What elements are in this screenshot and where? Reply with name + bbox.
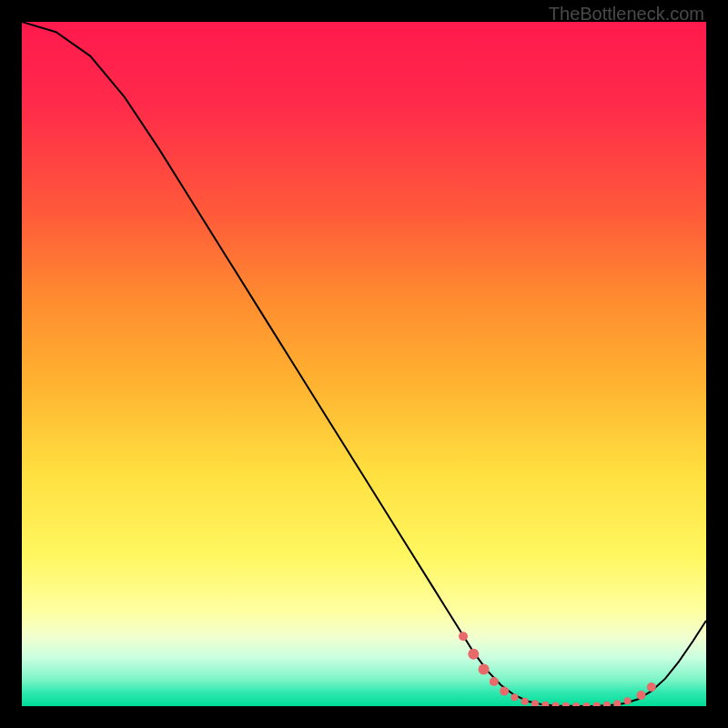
watermark-text: TheBottleneck.com — [549, 4, 704, 25]
chart-marker — [593, 703, 601, 706]
chart-markers — [459, 632, 656, 706]
chart-marker — [468, 649, 479, 660]
chart-marker — [613, 700, 621, 706]
chart-marker — [511, 693, 518, 701]
chart-marker — [500, 686, 509, 695]
chart-marker — [562, 703, 570, 706]
chart-marker — [552, 703, 560, 706]
chart-marker — [624, 697, 632, 704]
chart-curve — [22, 22, 706, 706]
chart-marker — [459, 632, 468, 641]
chart-marker — [572, 703, 580, 706]
chart-marker — [582, 703, 590, 706]
chart-plot-area — [22, 22, 706, 706]
chart-marker — [647, 682, 656, 692]
chart-marker — [521, 698, 529, 705]
chart-marker — [637, 691, 646, 700]
chart-marker — [479, 663, 490, 674]
chart-svg — [22, 22, 706, 706]
chart-marker — [490, 677, 499, 686]
chart-marker — [531, 700, 539, 706]
chart-marker — [603, 702, 611, 706]
chart-marker — [541, 702, 549, 706]
